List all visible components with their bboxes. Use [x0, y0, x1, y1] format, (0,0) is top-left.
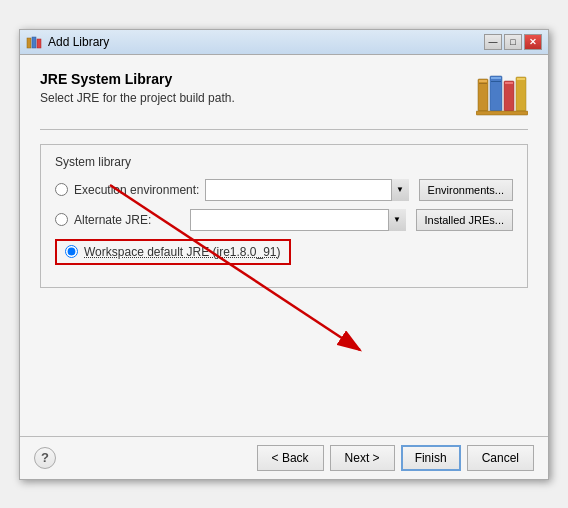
title-bar: Add Library — □ ✕ — [20, 30, 548, 55]
svg-rect-12 — [505, 82, 513, 84]
workspace-jre-row: Workspace default JRE (jre1.8.0_91) — [55, 239, 513, 265]
maximize-button[interactable]: □ — [504, 34, 522, 50]
svg-rect-9 — [491, 77, 501, 79]
alternate-jre-label: Alternate JRE: — [74, 213, 184, 227]
system-library-group: System library Execution environment: ▼ … — [40, 144, 528, 288]
svg-rect-13 — [516, 77, 526, 111]
svg-rect-11 — [504, 81, 514, 111]
close-button[interactable]: ✕ — [524, 34, 542, 50]
execution-env-combo-wrapper: ▼ — [205, 179, 408, 201]
window-icon — [26, 34, 42, 50]
execution-env-row: Execution environment: ▼ Environments... — [55, 179, 513, 201]
svg-rect-2 — [37, 39, 41, 48]
header-section: JRE System Library Select JRE for the pr… — [40, 71, 528, 117]
execution-env-radio[interactable] — [55, 183, 68, 196]
svg-rect-6 — [479, 80, 487, 82]
minimize-button[interactable]: — — [484, 34, 502, 50]
workspace-jre-label: Workspace default JRE (jre1.8.0_91) — [84, 245, 281, 259]
header-text: JRE System Library Select JRE for the pr… — [40, 71, 235, 105]
alternate-jre-select[interactable] — [190, 209, 406, 231]
add-library-window: Add Library — □ ✕ JRE System Library Sel… — [19, 29, 549, 480]
books-icon — [476, 71, 528, 117]
execution-env-label: Execution environment: — [74, 183, 199, 197]
svg-rect-0 — [27, 38, 31, 48]
dialog-subtitle: Select JRE for the project build path. — [40, 91, 235, 105]
group-label: System library — [55, 155, 513, 169]
environments-button[interactable]: Environments... — [419, 179, 513, 201]
bottom-right-buttons: < Back Next > Finish Cancel — [257, 445, 534, 471]
help-button[interactable]: ? — [34, 447, 56, 469]
svg-rect-14 — [517, 78, 525, 80]
back-button[interactable]: < Back — [257, 445, 324, 471]
workspace-jre-radio[interactable] — [65, 245, 78, 258]
svg-rect-15 — [476, 111, 528, 115]
workspace-jre-highlight-box: Workspace default JRE (jre1.8.0_91) — [55, 239, 291, 265]
spacer-area — [40, 300, 528, 420]
execution-env-select[interactable] — [205, 179, 408, 201]
alternate-jre-row: Alternate JRE: ▼ Installed JREs... — [55, 209, 513, 231]
installed-jres-button[interactable]: Installed JREs... — [416, 209, 513, 231]
alternate-jre-radio[interactable] — [55, 213, 68, 226]
window-title: Add Library — [48, 35, 109, 49]
svg-rect-10 — [491, 81, 501, 82]
title-bar-left: Add Library — [26, 34, 109, 50]
alternate-jre-combo-wrapper: ▼ — [190, 209, 406, 231]
dialog-body: JRE System Library Select JRE for the pr… — [20, 55, 548, 436]
finish-button[interactable]: Finish — [401, 445, 461, 471]
title-bar-controls: — □ ✕ — [484, 34, 542, 50]
next-button[interactable]: Next > — [330, 445, 395, 471]
dialog-title: JRE System Library — [40, 71, 235, 87]
bottom-bar: ? < Back Next > Finish Cancel — [20, 436, 548, 479]
header-divider — [40, 129, 528, 130]
svg-rect-1 — [32, 37, 36, 48]
svg-rect-7 — [479, 83, 487, 84]
cancel-button[interactable]: Cancel — [467, 445, 534, 471]
